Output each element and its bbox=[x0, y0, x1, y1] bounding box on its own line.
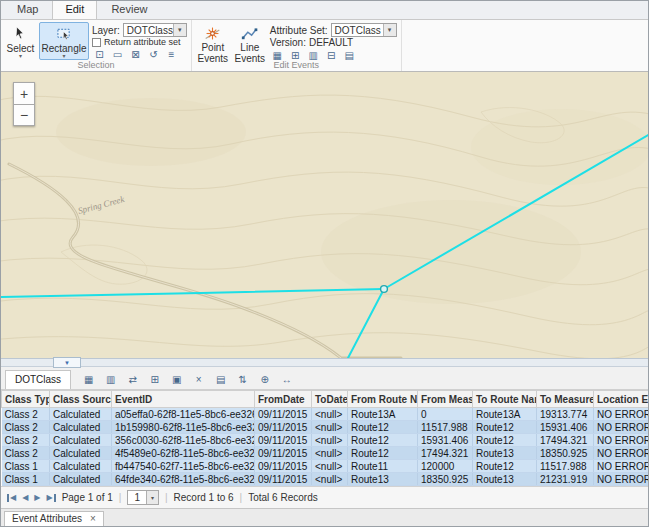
table-cell: NO ERROR bbox=[594, 408, 649, 421]
tab-event-attributes[interactable]: Event Attributes × bbox=[4, 511, 104, 527]
map-view[interactable]: Spring Creek + − bbox=[1, 72, 648, 358]
selection-options-column: Layer: DOTClass ▾ Return attribute set ⊡… bbox=[92, 22, 187, 60]
attribute-set-combobox[interactable]: DOTClass ▾ bbox=[331, 23, 397, 37]
column-header[interactable]: Location Error bbox=[594, 391, 649, 408]
show-selected-records-icon[interactable]: ▥ bbox=[103, 372, 118, 387]
column-header[interactable]: Class Source bbox=[50, 391, 112, 408]
return-attribute-set-checkbox[interactable] bbox=[92, 38, 101, 47]
table-cell: Route12 bbox=[473, 460, 537, 473]
table-cell: <null> bbox=[312, 421, 348, 434]
table-cell: 15931.406 bbox=[418, 434, 473, 447]
tab-edit[interactable]: Edit bbox=[52, 0, 97, 20]
close-icon[interactable]: × bbox=[90, 514, 96, 524]
table-cell: fb447540-62f7-11e5-8bc6-ee32641d5ec9 bbox=[112, 460, 255, 473]
table-cell: 09/11/2015 bbox=[255, 460, 312, 473]
table-cell: Route13 bbox=[473, 473, 537, 486]
tab-review[interactable]: Review bbox=[98, 0, 160, 19]
table-cell: 09/11/2015 bbox=[255, 434, 312, 447]
attribute-set-label: Attribute Set: bbox=[270, 25, 328, 36]
zoom-in-button[interactable]: + bbox=[13, 82, 35, 104]
zoom-to-record-icon[interactable]: ⊕ bbox=[257, 372, 272, 387]
table-cell: <null> bbox=[312, 434, 348, 447]
pager-separator: | bbox=[165, 492, 168, 503]
selection-group: Select ▾ Rectangle ▾ Layer: DOTClass ▾ bbox=[1, 20, 192, 71]
add-record-icon[interactable]: ⊞ bbox=[147, 372, 162, 387]
table-cell: 17494.321 bbox=[537, 434, 594, 447]
table-row[interactable]: Class 2Calculated1b159980-62f8-11e5-8bc6… bbox=[2, 421, 649, 434]
table-row[interactable]: Class 2Calculated4f5489e0-62f8-11e5-8bc6… bbox=[2, 447, 649, 460]
next-page-button[interactable]: ▶ bbox=[34, 494, 40, 502]
point-events-button[interactable]: Point Events bbox=[196, 22, 230, 60]
table-cell: 17494.321 bbox=[418, 447, 473, 460]
table-cell: Class 2 bbox=[2, 434, 50, 447]
switch-selection-icon[interactable]: ⇄ bbox=[125, 372, 140, 387]
column-header[interactable]: FromDate bbox=[255, 391, 312, 408]
table-cell: Route13A bbox=[348, 408, 418, 421]
selection-group-label: Selection bbox=[1, 60, 191, 71]
table-cell: <null> bbox=[312, 460, 348, 473]
table-cell: Route12 bbox=[473, 421, 537, 434]
ribbon: Select ▾ Rectangle ▾ Layer: DOTClass ▾ bbox=[1, 20, 648, 72]
pagination-bar: ◀ ◀ ▶ ▶ Page 1 of 1 | 1 ▾ | Record 1 to … bbox=[1, 486, 648, 508]
chevron-down-icon[interactable]: ▾ bbox=[146, 491, 158, 504]
table-cell: 09/11/2015 bbox=[255, 421, 312, 434]
route-junction-vertex[interactable] bbox=[381, 286, 388, 293]
chevron-down-icon[interactable]: ▾ bbox=[173, 24, 186, 36]
page-number-value[interactable]: 1 bbox=[128, 491, 146, 504]
table-cell: 15931.406 bbox=[537, 421, 594, 434]
table-cell: 356c0030-62f8-11e5-8bc6-ee32641d5ec9 bbox=[112, 434, 255, 447]
version-label: Version: bbox=[270, 37, 306, 48]
table-cell: NO ERROR bbox=[594, 447, 649, 460]
fit-columns-icon[interactable]: ↔ bbox=[279, 372, 294, 387]
tab-map[interactable]: Map bbox=[4, 0, 51, 19]
rectangle-tool-button[interactable]: Rectangle ▾ bbox=[39, 22, 89, 60]
column-header[interactable]: To Route Name bbox=[473, 391, 537, 408]
column-header[interactable]: EventID bbox=[112, 391, 255, 408]
table-row[interactable]: Class 1Calculated64fde340-62f8-11e5-8bc6… bbox=[2, 473, 649, 486]
table-cell: Calculated bbox=[50, 408, 112, 421]
column-header[interactable]: ToDate bbox=[312, 391, 348, 408]
collapse-panel-button[interactable]: ▼ bbox=[53, 357, 81, 368]
panel-divider[interactable]: ▼ bbox=[1, 358, 648, 367]
table-cell: Class 2 bbox=[2, 408, 50, 421]
sort-records-icon[interactable]: ⇅ bbox=[235, 372, 250, 387]
last-page-button[interactable]: ▶ bbox=[46, 494, 55, 502]
table-cell: 09/11/2015 bbox=[255, 447, 312, 460]
table-cell: Calculated bbox=[50, 447, 112, 460]
delete-record-icon[interactable]: × bbox=[191, 372, 206, 387]
bottom-tab-bar: Event Attributes × bbox=[1, 508, 648, 527]
column-header[interactable]: To Measure bbox=[537, 391, 594, 408]
column-header[interactable]: From Measure bbox=[418, 391, 473, 408]
zoom-out-button[interactable]: − bbox=[13, 104, 35, 126]
attribute-table: Class TypeClass SourceEventIDFromDateToD… bbox=[1, 390, 649, 486]
column-header[interactable]: Class Type bbox=[2, 391, 50, 408]
select-tool-button[interactable]: Select ▾ bbox=[5, 22, 36, 60]
layer-tab-dotclass[interactable]: DOTClass bbox=[5, 370, 71, 389]
table-cell: <null> bbox=[312, 447, 348, 460]
table-row[interactable]: Class 2Calculateda05effa0-62f8-11e5-8bc6… bbox=[2, 408, 649, 421]
copy-record-icon[interactable]: ▤ bbox=[213, 372, 228, 387]
line-events-button[interactable]: Line Events bbox=[233, 22, 267, 60]
table-cell: Calculated bbox=[50, 421, 112, 434]
table-cell: Calculated bbox=[50, 434, 112, 447]
table-row[interactable]: Class 1Calculatedfb447540-62f7-11e5-8bc6… bbox=[2, 460, 649, 473]
edit-events-group: Point Events Line Events Attribute Set: … bbox=[192, 20, 402, 71]
page-count-text: Page 1 of 1 bbox=[62, 492, 113, 503]
show-all-records-icon[interactable]: ▦ bbox=[81, 372, 96, 387]
attribute-panel-toolbar: DOTClass ▦▥⇄⊞▣×▤⇅⊕↔ bbox=[1, 367, 648, 390]
version-value: DEFAULT bbox=[309, 37, 353, 48]
table-cell: 11517.988 bbox=[418, 421, 473, 434]
edit-events-options-column: Attribute Set: DOTClass ▾ Version: DEFAU… bbox=[270, 22, 397, 60]
table-cell: 18350.925 bbox=[537, 447, 594, 460]
table-cell: Class 1 bbox=[2, 460, 50, 473]
table-row[interactable]: Class 2Calculated356c0030-62f8-11e5-8bc6… bbox=[2, 434, 649, 447]
table-cell: 21231.919 bbox=[537, 473, 594, 486]
chevron-down-icon[interactable]: ▾ bbox=[383, 24, 396, 36]
column-header[interactable]: From Route Name bbox=[348, 391, 418, 408]
previous-page-button[interactable]: ◀ bbox=[22, 494, 28, 502]
first-page-button[interactable]: ◀ bbox=[7, 494, 16, 502]
save-edits-icon[interactable]: ▣ bbox=[169, 372, 184, 387]
attribute-toolbar-icons: ▦▥⇄⊞▣×▤⇅⊕↔ bbox=[81, 372, 294, 389]
page-number-spinner[interactable]: 1 ▾ bbox=[127, 490, 159, 505]
layer-combobox[interactable]: DOTClass ▾ bbox=[123, 23, 187, 37]
